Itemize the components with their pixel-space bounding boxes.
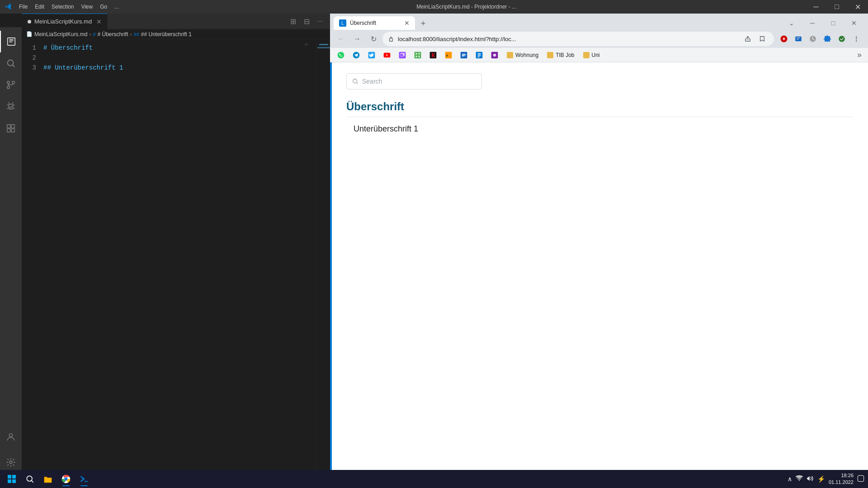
- favicon-letter: L: [341, 21, 344, 26]
- bookmark-whatsapp[interactable]: [334, 50, 348, 61]
- back-button[interactable]: ←: [334, 32, 348, 46]
- bookmark-purple[interactable]: [487, 50, 502, 61]
- browser-panel: L Überschrift ✕ + ⌄ ─ □ ✕ ← → ↻: [330, 14, 868, 488]
- browser-tab-close-icon[interactable]: ✕: [404, 19, 410, 27]
- breadcrumb-file-name: MeinLiaScriptKurs.md: [34, 31, 87, 38]
- refresh-button[interactable]: ↻: [366, 32, 381, 46]
- svg-rect-37: [547, 52, 553, 58]
- docs-search-bar[interactable]: Search: [346, 73, 482, 89]
- address-bar-row: ← → ↻ localhost:8000/liascript/index.htm…: [330, 30, 868, 48]
- maximize-button[interactable]: □: [826, 0, 847, 14]
- new-tab-button[interactable]: +: [417, 17, 429, 30]
- bookmark-telegram[interactable]: [349, 50, 363, 61]
- taskbar-right: ∧ ⚡ 18:26 01.11.2022: [788, 472, 864, 486]
- activity-debug[interactable]: [0, 96, 22, 117]
- bookmark-amazon[interactable]: a: [441, 50, 456, 61]
- browser-tab-dropdown[interactable]: ⌄: [781, 16, 802, 30]
- notification-area: ∧: [788, 475, 792, 483]
- bookmarks-more-button[interactable]: »: [854, 50, 864, 60]
- browser-maximize[interactable]: □: [823, 16, 844, 30]
- bookmark-netflix[interactable]: [426, 50, 440, 61]
- browser-close[interactable]: ✕: [844, 16, 864, 30]
- browser-tab-active[interactable]: L Überschrift ✕: [334, 16, 415, 30]
- taskbar-notification-icon[interactable]: [857, 475, 864, 483]
- minimize-button[interactable]: ─: [806, 0, 826, 14]
- taskbar-file-explorer[interactable]: [40, 471, 56, 487]
- line-content-2: [43, 53, 47, 63]
- browser-chrome: L Überschrift ✕ + ⌄ ─ □ ✕ ← → ↻: [330, 14, 868, 62]
- breadcrumb-h1-text: # Überschrift: [98, 31, 128, 38]
- line-number-2: 2: [25, 53, 43, 63]
- bookmark-other2[interactable]: [472, 50, 486, 61]
- taskbar-chrome[interactable]: [58, 471, 74, 487]
- svg-rect-38: [583, 52, 590, 58]
- bookmark-twitch[interactable]: [395, 50, 410, 61]
- code-editor[interactable]: 1 # Überschrift 2 3 ## Unterüberschrift …: [22, 39, 330, 477]
- code-line-3: 3 ## Unterüberschrift 1: [22, 63, 330, 73]
- more-actions-btn[interactable]: ···: [314, 15, 326, 28]
- ext-icon-3[interactable]: [807, 33, 819, 45]
- activity-source-control[interactable]: [0, 74, 22, 96]
- taskbar-start-button[interactable]: [4, 471, 20, 487]
- bookmark-grid[interactable]: [410, 50, 425, 61]
- svg-rect-47: [858, 475, 863, 481]
- ext-icon-more[interactable]: ⋮: [850, 33, 863, 45]
- editor-tab-main[interactable]: MeinLiaScriptKurs.md ✕: [22, 14, 108, 29]
- ext-icon-2[interactable]: [792, 33, 805, 45]
- menu-go[interactable]: Go: [96, 2, 111, 12]
- address-lock-icon: [388, 36, 394, 42]
- activity-search[interactable]: [0, 52, 22, 74]
- svg-rect-8: [7, 129, 10, 132]
- browser-minimize[interactable]: ─: [802, 16, 823, 30]
- activity-account[interactable]: [0, 426, 22, 448]
- menu-more[interactable]: ...: [111, 2, 123, 12]
- share-button[interactable]: [741, 33, 754, 45]
- breadcrumb-sep-1: ›: [89, 31, 91, 38]
- svg-point-23: [338, 52, 344, 58]
- taskbar-clock[interactable]: 18:26 01.11.2022: [829, 472, 854, 486]
- activity-explorer[interactable]: [0, 31, 22, 52]
- menu-view[interactable]: View: [77, 2, 96, 12]
- date-display: 01.11.2022: [829, 479, 854, 486]
- bookmark-wohnung[interactable]: Wohnung: [503, 50, 542, 61]
- ext-icon-5[interactable]: [835, 33, 848, 45]
- svg-rect-20: [795, 37, 802, 42]
- taskbar-chevron-up[interactable]: ∧: [788, 475, 792, 483]
- taskbar-search-button[interactable]: [22, 471, 38, 487]
- svg-rect-7: [11, 125, 14, 128]
- title-menu: File Edit Selection View Go ...: [15, 2, 123, 12]
- address-url: localhost:8000/liascript/index.html?http…: [398, 36, 738, 42]
- tab-favicon: L: [339, 19, 346, 27]
- editor-tab-bar: MeinLiaScriptKurs.md ✕ ⊞ ⊟ ···: [22, 14, 330, 29]
- taskbar-network-icon[interactable]: [796, 475, 803, 483]
- menu-selection[interactable]: Selection: [48, 2, 77, 12]
- bookmark-tib-job[interactable]: TIB Job: [543, 50, 578, 61]
- forward-button[interactable]: →: [350, 32, 364, 46]
- browser-tab-title: Überschrift: [350, 20, 401, 26]
- taskbar-vscode[interactable]: [76, 471, 92, 487]
- breadcrumb-h2[interactable]: ## ## Unterüberschrift 1: [134, 31, 192, 38]
- menu-edit[interactable]: Edit: [31, 2, 48, 12]
- docs-search-placeholder: Search: [362, 78, 382, 85]
- bookmark-youtube[interactable]: [380, 50, 394, 61]
- bookmark-other1[interactable]: [457, 50, 471, 61]
- close-button[interactable]: ✕: [847, 0, 868, 14]
- time-display: 18:26: [829, 472, 854, 479]
- address-bar[interactable]: localhost:8000/liascript/index.html?http…: [382, 32, 774, 46]
- bookmark-uni[interactable]: Uni: [579, 50, 604, 61]
- split-editor-vertical-btn[interactable]: ⊟: [300, 15, 313, 28]
- activity-extensions[interactable]: [0, 117, 22, 139]
- tab-close-icon[interactable]: ✕: [96, 18, 102, 25]
- breadcrumb-file[interactable]: 📄 MeinLiaScriptKurs.md: [26, 31, 87, 38]
- ext-icon-1[interactable]: [778, 33, 790, 45]
- taskbar-volume-icon[interactable]: [807, 475, 814, 483]
- bookmark-button[interactable]: [756, 33, 769, 45]
- ext-icon-4[interactable]: [821, 33, 834, 45]
- breadcrumb-h1[interactable]: # # Überschrift: [93, 31, 128, 38]
- svg-point-35: [493, 53, 496, 56]
- taskbar-battery-icon[interactable]: ⚡: [817, 475, 825, 483]
- split-editor-btn[interactable]: ⊞: [287, 15, 299, 28]
- bookmark-twitter[interactable]: [364, 50, 379, 61]
- svg-rect-36: [507, 52, 513, 58]
- menu-file[interactable]: File: [15, 2, 31, 12]
